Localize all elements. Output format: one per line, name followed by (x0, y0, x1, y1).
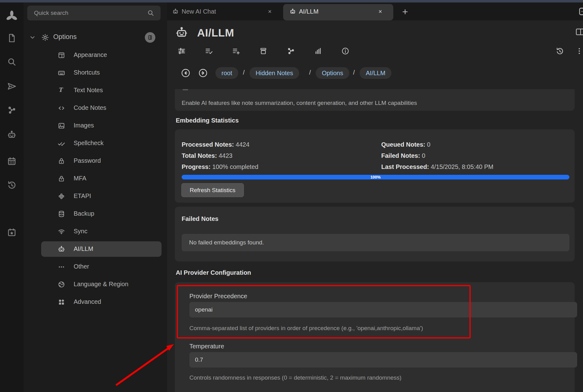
tree-item-mfa[interactable]: MFA (24, 172, 167, 185)
calendar-icon[interactable] (5, 154, 19, 168)
wifi-icon (58, 228, 65, 237)
breadcrumb-ai-llm[interactable]: AI/LLM (360, 67, 391, 79)
breadcrumb-separator: / (353, 69, 355, 76)
close-icon[interactable]: × (378, 8, 382, 15)
robot-icon (289, 8, 296, 15)
breadcrumb-options[interactable]: Options (316, 67, 349, 79)
quick-search-input[interactable] (27, 6, 161, 20)
spellcheck-icon (58, 140, 65, 149)
temperature-input[interactable] (189, 352, 577, 368)
tab-bar: New AI Chat × AI/LLM × + (167, 2, 583, 20)
ai-provider-configuration-heading: AI Provider Configuration (176, 269, 251, 276)
toggle-remnant (183, 89, 188, 90)
robot-icon (58, 245, 65, 254)
failed-notes-card: Failed Notes No failed embeddings found. (175, 207, 575, 261)
note-map-icon[interactable] (5, 103, 19, 117)
ribbon-toolbar (167, 45, 583, 59)
recent-changes-icon[interactable] (5, 178, 19, 192)
tree-root-label[interactable]: Options (53, 33, 77, 41)
progress-percent-label: 100% (182, 175, 569, 179)
window-titlebar (0, 0, 583, 2)
tab-ai-llm-active[interactable]: AI/LLM × (289, 2, 387, 20)
search-icon[interactable] (147, 9, 154, 18)
tree-item-advanced[interactable]: Advanced (24, 296, 167, 308)
tree-item-etapi[interactable]: ETAPI (24, 190, 167, 202)
breadcrumb-hidden-notes[interactable]: Hidden Notes (249, 67, 299, 79)
code-icon (58, 104, 65, 113)
failed-notes-heading: Failed Notes (182, 215, 218, 222)
robot-icon (175, 26, 188, 41)
tree-item-images[interactable]: Images (24, 119, 167, 132)
refresh-statistics-button[interactable]: Refresh Statistics (181, 183, 244, 197)
embedding-progress-bar: 100% (182, 175, 569, 179)
temperature-label: Temperature (189, 343, 224, 350)
ai-chat-icon[interactable] (5, 128, 19, 142)
keyboard-icon (58, 69, 65, 78)
chevron-down-icon[interactable] (29, 34, 36, 42)
activity-bar (0, 2, 24, 392)
failed-notes-empty-message: No failed embeddings found. (189, 239, 264, 246)
toggle-right-pane-icon[interactable] (575, 27, 583, 38)
today-note-icon[interactable] (5, 226, 19, 239)
tab-label[interactable]: AI/LLM (299, 8, 318, 15)
new-tab-button[interactable]: + (400, 6, 410, 18)
lock-icon (58, 157, 65, 166)
note-info-box-icon[interactable] (259, 47, 268, 57)
kebab-menu-icon[interactable] (575, 47, 583, 57)
failed-notes-empty-box: No failed embeddings found. (182, 234, 569, 251)
text-icon: T (59, 86, 63, 94)
trilium-app-window: Options Appearance Shortcuts T Text Note… (0, 0, 583, 392)
tree-item-backup[interactable]: Backup (24, 208, 167, 220)
basic-properties-icon[interactable] (177, 47, 186, 57)
database-icon (58, 210, 65, 219)
tree-item-spellcheck[interactable]: Spellcheck (24, 137, 167, 149)
temperature-help: Controls randomness in responses (0 = de… (189, 374, 401, 381)
tab-label[interactable]: New AI Chat (182, 8, 216, 15)
note-revisions-icon[interactable] (555, 47, 564, 57)
dots-icon (58, 263, 65, 272)
tree-item-shortcuts[interactable]: Shortcuts (24, 67, 167, 79)
breadcrumb: root / Hidden Notes / Options / AI/LLM (167, 66, 583, 81)
info-icon[interactable] (341, 47, 350, 57)
tree-item-appearance[interactable]: Appearance (24, 49, 167, 61)
nav-forward-icon[interactable] (198, 68, 208, 78)
exit-options-button[interactable] (145, 32, 155, 43)
tree-item-ai-llm[interactable]: AI/LLM (24, 243, 167, 255)
close-icon[interactable]: × (268, 8, 272, 15)
ai-features-description: Enable AI features like note summarizati… (182, 100, 417, 106)
new-note-icon[interactable] (5, 31, 19, 45)
annotation-highlight-box (177, 285, 471, 338)
nav-back-icon[interactable] (181, 68, 191, 78)
tree-root-options[interactable]: Options (24, 29, 167, 46)
embedding-statistics-card: Processed Notes: 4424 Total Notes: 4423 … (175, 129, 575, 203)
robot-icon (172, 8, 179, 15)
tree-item-other[interactable]: Other (24, 261, 167, 273)
tree-pane: Options Appearance Shortcuts T Text Note… (24, 2, 167, 392)
tree-item-password[interactable]: Password (24, 155, 167, 167)
breadcrumb-separator: / (309, 69, 311, 76)
annotation-arrow (102, 334, 192, 392)
owned-attributes-icon[interactable] (205, 47, 213, 57)
globe-icon (58, 281, 65, 290)
processed-notes-stat: Processed Notes: 4424 (182, 141, 249, 148)
breadcrumb-separator: / (243, 69, 245, 76)
grid-icon (58, 298, 65, 307)
similar-notes-icon[interactable] (287, 47, 295, 57)
gear-icon (41, 33, 50, 43)
failed-notes-stat: Failed Notes: 0 (381, 152, 425, 159)
jump-to-note-icon[interactable] (5, 80, 19, 93)
tree-item-text-notes[interactable]: T Text Notes (24, 84, 167, 97)
window-pane-icon[interactable] (578, 6, 583, 18)
progress-stat: Progress: 100% completed (182, 163, 258, 170)
note-title[interactable]: AI/LLM (197, 27, 234, 39)
tree-item-language-region[interactable]: Language & Region (24, 278, 167, 291)
tree-item-code-notes[interactable]: Code Notes (24, 102, 167, 114)
breadcrumb-root[interactable]: root (215, 67, 238, 79)
image-icon (58, 122, 65, 131)
search-icon[interactable] (5, 55, 19, 69)
tab-new-ai-chat[interactable]: New AI Chat × (172, 2, 277, 20)
tree-item-sync[interactable]: Sync (24, 225, 167, 238)
note-paths-icon[interactable] (314, 47, 322, 57)
promoted-attributes-icon[interactable] (232, 47, 240, 57)
last-processed-stat: Last Processed: 4/15/2025, 8:05:40 PM (381, 163, 493, 170)
